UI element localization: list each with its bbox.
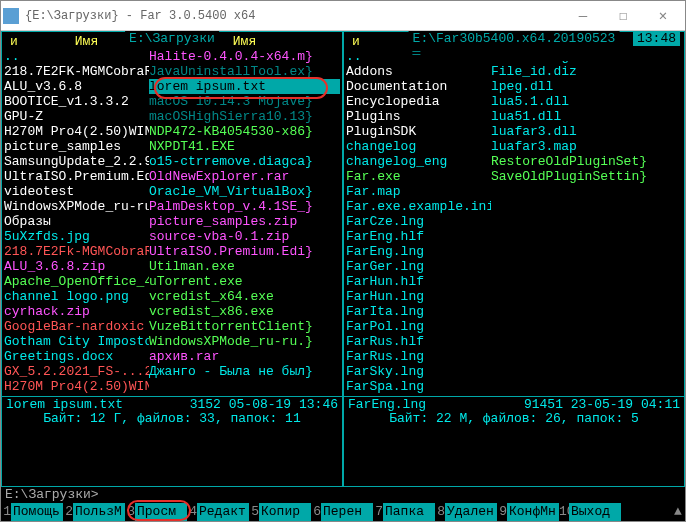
file-row[interactable]: BOOTICE_v1.3.3.2macOS 10.14.3 Mojave} <box>4 94 340 109</box>
file-row[interactable]: GX_5.2.2021_FS-...2}Джанго - Была не был… <box>4 364 340 379</box>
fkey-6[interactable]: 6Перен <box>311 503 373 521</box>
file-row[interactable]: FarEng.hlf <box>346 229 682 244</box>
file-row[interactable]: GoogleBar-nardoxicVuzeBittorrentClient} <box>4 319 340 334</box>
fkey-1[interactable]: 1Помощь <box>1 503 63 521</box>
file-row[interactable]: videotestOracle_VM_VirtualBox} <box>4 184 340 199</box>
file-row[interactable]: GPU-ZmacOSHighSierra10.13} <box>4 109 340 124</box>
file-row[interactable]: SamsungUpdate_2.2.9}o15-ctrremove.diagca… <box>4 154 340 169</box>
left-summary: Байт: 12 Г, файлов: 33, папок: 11 <box>2 411 342 426</box>
fkey-8[interactable]: 8Удален <box>435 503 497 521</box>
file-row[interactable]: FarRus.hlf <box>346 334 682 349</box>
fkey-3[interactable]: 3Просм <box>125 503 187 521</box>
window-title: {E:\Загрузки} - Far 3.0.5400 x64 <box>25 9 563 23</box>
file-row[interactable]: ALU_v3.6.8lorem ipsum.txt <box>4 79 340 94</box>
right-panel-path: E:\Far30b5400.x64.20190523 ═ <box>409 31 620 61</box>
command-line[interactable]: E:\Загрузки> <box>1 487 685 503</box>
clock: 13:48 <box>633 31 680 46</box>
file-row[interactable]: FarHun.hlf <box>346 274 682 289</box>
file-row[interactable]: Gotham City Imposto}WindowsXPMode_ru-ru.… <box>4 334 340 349</box>
file-row[interactable]: Apache_OpenOffice_4}uTorrent.exe <box>4 274 340 289</box>
left-status: lorem ipsum.txt 3152 05-08-19 13:46 <box>2 396 342 411</box>
maximize-button[interactable]: ☐ <box>603 2 643 30</box>
file-row[interactable]: AddonsFile_id.diz <box>346 64 682 79</box>
window-titlebar[interactable]: {E:\Загрузки} - Far 3.0.5400 x64 — ☐ ✕ <box>1 1 685 31</box>
file-row[interactable]: cyrhack.zipvcredist_x86.exe <box>4 304 340 319</box>
file-row[interactable]: FarRus.lng <box>346 349 682 364</box>
scroll-up-icon[interactable]: ▲ <box>671 503 685 521</box>
file-row[interactable]: H270M Pro4(2.50)WINNDP472-KB4054530-x86} <box>4 124 340 139</box>
file-row[interactable]: FarIta.lng <box>346 304 682 319</box>
file-row[interactable]: FarPol.lng <box>346 319 682 334</box>
app-icon <box>3 8 19 24</box>
fkey-7[interactable]: 7Папка <box>373 503 435 521</box>
function-keys: 1Помощь2ПользМ3Просм4Редакт5Копир6Перен7… <box>1 503 685 521</box>
file-row[interactable]: FarSpa.lng <box>346 379 682 394</box>
file-row[interactable]: ALU_3.6.8.zipUtilman.exe <box>4 259 340 274</box>
fkey-5[interactable]: 5Копир <box>249 503 311 521</box>
file-row[interactable]: FarHun.lng <box>346 289 682 304</box>
file-row[interactable]: Encyclopedialua5.1.dll <box>346 94 682 109</box>
fkey-4[interactable]: 4Редакт <box>187 503 249 521</box>
col-head: и <box>346 34 366 49</box>
file-row[interactable]: Documentationlpeg.dll <box>346 79 682 94</box>
fkey-2[interactable]: 2ПользМ <box>63 503 125 521</box>
close-button[interactable]: ✕ <box>643 2 683 30</box>
file-row[interactable]: ..Halite-0.4.0.4-x64.m} <box>4 49 340 64</box>
left-panel[interactable]: E:\Загрузки и Имя Имя ..Halite-0.4.0.4-x… <box>1 31 343 487</box>
fkey-10[interactable]: 10Выход <box>559 503 621 521</box>
file-row[interactable]: changelog_engRestoreOldPluginSet} <box>346 154 682 169</box>
right-summary: Байт: 22 М, файлов: 26, папок: 5 <box>344 411 684 426</box>
file-row[interactable]: Far.exeSaveOldPluginSettin} <box>346 169 682 184</box>
file-row[interactable]: FarCze.lng <box>346 214 682 229</box>
file-row[interactable]: H270M Pro4(2.50)WIN <box>4 379 340 394</box>
file-row[interactable]: Образыpicture_samples.zip <box>4 214 340 229</box>
file-row[interactable]: 218.7E2Fk-MGMCobraR}UltraISO.Premium.Edi… <box>4 244 340 259</box>
file-row[interactable]: channel logo.pngvcredist_x64.exe <box>4 289 340 304</box>
file-row[interactable]: PluginSDKluafar3.dll <box>346 124 682 139</box>
file-row[interactable]: WindowsXPMode_ru-ruPalmDesktop_v.4.1SE_} <box>4 199 340 214</box>
file-row[interactable]: 5uXzfds.jpgsource-vba-0.1.zip <box>4 229 340 244</box>
file-row[interactable]: UltraISO.Premium.Ed}OldNewExplorer.rar <box>4 169 340 184</box>
right-status: FarEng.lng 91451 23-05-19 04:11 <box>344 396 684 411</box>
file-row[interactable]: Far.exe.example.ini <box>346 199 682 214</box>
file-row[interactable]: FarEng.lng <box>346 244 682 259</box>
file-row[interactable]: changelogluafar3.map <box>346 139 682 154</box>
file-row[interactable]: FarSky.lng <box>346 364 682 379</box>
file-row[interactable]: FarGer.lng <box>346 259 682 274</box>
fkey-9[interactable]: 9КонфМн <box>497 503 559 521</box>
col-head: и <box>4 34 24 49</box>
left-panel-path: E:\Загрузки <box>125 31 219 46</box>
file-row[interactable]: 218.7E2FK-MGMCobraR}JavaUninstallTool.ex… <box>4 64 340 79</box>
minimize-button[interactable]: — <box>563 2 603 30</box>
file-row[interactable]: picture_samplesNXPDT41.EXE <box>4 139 340 154</box>
file-row[interactable]: Pluginslua51.dll <box>346 109 682 124</box>
right-panel[interactable]: E:\Far30b5400.x64.20190523 ═ 13:48 и Имя… <box>343 31 685 487</box>
file-row[interactable]: Far.map <box>346 184 682 199</box>
file-row[interactable]: Greetings.docxархив.rar <box>4 349 340 364</box>
